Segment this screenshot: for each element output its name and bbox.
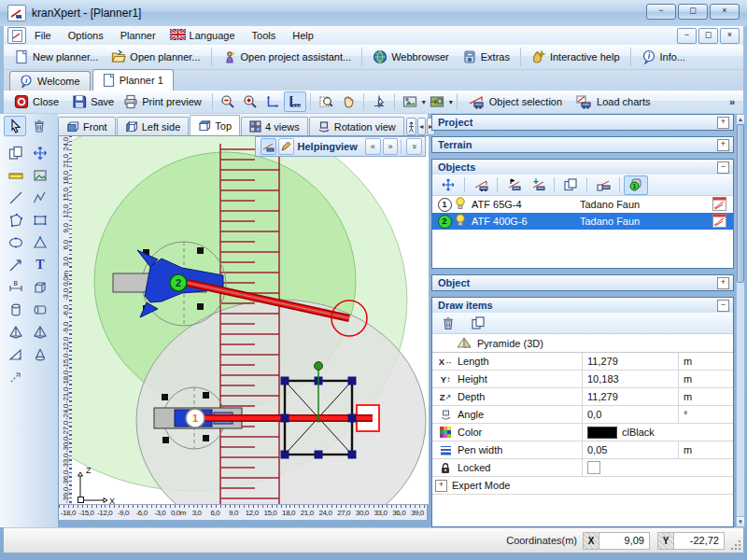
interactive-help-button[interactable]: Interactive help — [525, 47, 627, 67]
open-project-assistant-button[interactable]: Open project assistant... — [216, 47, 359, 67]
triangle-tool[interactable] — [28, 231, 52, 254]
resize-grip[interactable] — [730, 539, 741, 551]
view-tab-top[interactable]: Top — [190, 115, 240, 135]
add-crane-button[interactable]: + — [526, 175, 550, 195]
depth-value[interactable]: 11,279 — [582, 388, 678, 405]
save-button[interactable]: SaveSaveSaveSaveSaveSaveSaveSaveSave — [65, 91, 124, 112]
objects-collapse-icon[interactable]: − — [717, 161, 729, 174]
dimension-b-tool[interactable]: B — [4, 276, 28, 299]
view-tab-front[interactable]: Front — [58, 117, 116, 135]
info-button[interactable]: i Info... — [635, 47, 693, 67]
object-expand-icon[interactable]: + — [717, 277, 729, 289]
angle-value[interactable]: 0,0 — [582, 406, 678, 423]
toolbar-overflow-button[interactable]: » — [721, 91, 743, 112]
mdi-minimize-button[interactable]: − — [677, 28, 697, 44]
color-value[interactable]: clBlack — [582, 424, 733, 441]
wedge-tool[interactable] — [4, 343, 28, 366]
show-numbers-button[interactable]: 1 — [624, 175, 648, 195]
maximize-button[interactable]: ◻ — [678, 4, 708, 20]
zoom-window-button[interactable] — [315, 91, 337, 112]
tab-planner1[interactable]: Planner 1 — [92, 69, 174, 91]
plan-drawing[interactable]: 2 1 — [72, 136, 429, 504]
close-planner-button[interactable]: Close — [7, 91, 65, 112]
object-row-2[interactable]: 2 ATF 400G-6 Tadano Faun — [432, 213, 733, 230]
arrow-tool[interactable] — [4, 254, 28, 276]
close-button[interactable]: × — [710, 4, 740, 20]
delete-tool[interactable] — [28, 116, 50, 136]
cylinder-horizontal-tool[interactable] — [28, 299, 52, 321]
view-tab-4views[interactable]: 4 views — [241, 117, 308, 135]
pyramid-filled-tool[interactable] — [28, 321, 52, 343]
cylinder-tool[interactable] — [4, 299, 28, 321]
view-image-button[interactable] — [399, 91, 421, 112]
expert-mode-expand-icon[interactable]: + — [435, 480, 447, 492]
snap-cursor-button[interactable] — [368, 91, 390, 112]
menu-options[interactable]: Options — [60, 28, 112, 43]
print-preview-button[interactable]: Print preview — [117, 91, 208, 112]
object2-loadchart-icon[interactable] — [712, 214, 733, 230]
scroll-down-arrow[interactable]: ▼ — [737, 516, 744, 526]
locked-checkbox[interactable] — [587, 461, 600, 474]
crane-flag-button[interactable] — [501, 175, 526, 195]
ruler-corner-button[interactable] — [284, 91, 306, 112]
move-object-button[interactable] — [436, 175, 460, 195]
object1-loadchart-icon[interactable] — [712, 197, 733, 213]
visibility-bulb-icon[interactable] — [455, 214, 472, 229]
mdi-close-button[interactable]: × — [720, 28, 740, 44]
helpingview-prev-button[interactable]: « — [365, 138, 381, 155]
helpingview-collapse-button[interactable]: » — [406, 138, 422, 155]
webbrowser-button[interactable]: Webbrowser — [366, 47, 456, 67]
object-selection-button[interactable]: Object selection — [461, 91, 569, 112]
x-coordinate-field[interactable]: X 9,09 — [583, 532, 650, 550]
background-image-button[interactable] — [426, 91, 448, 112]
extras-button[interactable]: Extras — [456, 47, 516, 67]
image-tool[interactable] — [28, 164, 52, 187]
pyramid-tool[interactable] — [4, 321, 28, 343]
helpingview-crane-icon[interactable] — [261, 138, 276, 155]
minimize-button[interactable]: − — [646, 4, 676, 20]
project-header[interactable]: Project + — [432, 115, 733, 130]
length-value[interactable]: 11,279 — [582, 353, 678, 370]
move-tool[interactable] — [28, 142, 52, 164]
pen-width-value[interactable]: 0,05 — [582, 441, 678, 458]
cube-tool[interactable] — [28, 276, 52, 299]
visibility-bulb-icon[interactable] — [455, 197, 472, 212]
polygon-tool[interactable] — [4, 209, 28, 231]
menu-file[interactable]: File — [26, 28, 60, 43]
drawing-canvas[interactable]: 24,021,018,015,012,09,06,03,00,0m-3,0-6,… — [58, 135, 428, 520]
helpingview-pen-icon[interactable] — [278, 138, 294, 155]
menu-help[interactable]: Help — [284, 28, 322, 43]
height-value[interactable]: 10,183 — [582, 371, 678, 387]
expert-mode-row[interactable]: + Expert Mode — [432, 477, 733, 495]
mdi-restore-button[interactable]: ◻ — [698, 28, 718, 44]
copy-draw-item-button[interactable] — [466, 314, 490, 333]
terrain-expand-icon[interactable]: + — [717, 139, 729, 151]
new-planner-button[interactable]: New planner... — [7, 47, 105, 67]
project-expand-icon[interactable]: + — [717, 117, 729, 129]
helpingview-toolbar[interactable]: Helpingview « » » — [255, 136, 426, 157]
object-header[interactable]: Object + — [432, 275, 733, 290]
cone-tool[interactable] — [28, 343, 52, 366]
crane-button[interactable] — [469, 175, 493, 195]
menu-language[interactable]: Language — [186, 28, 244, 43]
pan-hand-button[interactable] — [337, 91, 359, 112]
zoom-in-button[interactable] — [239, 91, 261, 112]
objects-header[interactable]: Objects − — [432, 160, 733, 175]
rectangle-tool[interactable] — [28, 209, 52, 231]
select-tool[interactable] — [4, 116, 26, 136]
draw-items-header[interactable]: Draw items − — [432, 298, 733, 313]
menu-tools[interactable]: Tools — [244, 28, 285, 43]
tab-welcome[interactable]: i Welcome — [9, 71, 91, 91]
object-row-1[interactable]: 1 ATF 65G-4 Tadano Faun — [432, 196, 733, 213]
view-tab-rotation[interactable]: Rotation view — [309, 117, 404, 135]
draw-item-type-row[interactable]: Pyramide (3D) — [432, 334, 733, 352]
delete-draw-item-button[interactable] — [436, 314, 460, 333]
view-prev-button[interactable]: ◄ — [417, 118, 426, 135]
delete-crane-button[interactable] — [591, 175, 615, 195]
view-tab-left-side[interactable]: Left side — [117, 117, 190, 135]
line-tool[interactable] — [4, 187, 28, 209]
dimension-3d-tool[interactable] — [4, 366, 28, 388]
menu-planner[interactable]: Planner — [112, 28, 164, 43]
draw-items-collapse-icon[interactable]: − — [717, 300, 729, 312]
open-planner-button[interactable]: Open planner... — [105, 47, 206, 67]
